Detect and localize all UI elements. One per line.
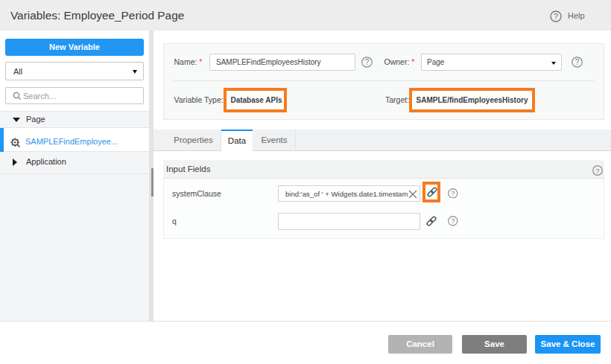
svg-text:?: ? [554, 12, 558, 21]
svg-text:?: ? [595, 167, 599, 175]
svg-text:?: ? [365, 58, 370, 66]
svg-text:?: ? [451, 190, 455, 197]
svg-text:?: ? [451, 217, 455, 225]
svg-text:?: ? [575, 58, 580, 66]
